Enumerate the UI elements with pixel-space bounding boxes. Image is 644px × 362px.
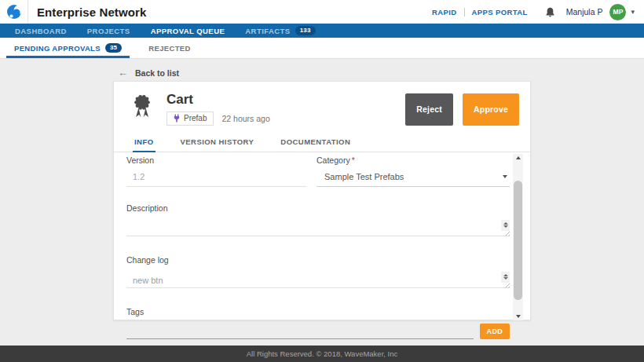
tags-label: Tags bbox=[126, 307, 510, 316]
tab-version-history[interactable]: VERSION HISTORY bbox=[179, 135, 256, 152]
nav-item-approval-queue[interactable]: APPROVAL QUEUE bbox=[141, 24, 236, 38]
tags-input[interactable] bbox=[126, 324, 474, 339]
approval-detail-card: Cart Prefab 22 hours ago Reject Approve … bbox=[113, 81, 531, 320]
add-tag-button[interactable]: ADD bbox=[480, 324, 510, 339]
back-to-list-label: Back to list bbox=[135, 68, 179, 78]
top-header: Enterprise Network RAPID APPS PORTAL Man… bbox=[0, 0, 644, 24]
award-ribbon-icon bbox=[131, 93, 153, 119]
version-value: 1.2 bbox=[126, 172, 306, 187]
apps-portal-link[interactable]: APPS PORTAL bbox=[472, 8, 528, 16]
category-field-group: Category* Sample Test Prefabs bbox=[317, 155, 510, 187]
nav-label-approval-queue: APPROVAL QUEUE bbox=[151, 27, 225, 35]
tab-pending-approvals[interactable]: PENDING APPROVALS 35 bbox=[13, 38, 123, 58]
nav-label-projects: PROJECTS bbox=[87, 27, 130, 35]
pending-approvals-count-badge: 35 bbox=[105, 43, 122, 53]
app-title: Enterprise Network bbox=[37, 5, 146, 19]
tags-input-row: ADD bbox=[126, 324, 510, 339]
notifications-bell-icon[interactable] bbox=[545, 6, 555, 18]
nav-item-projects[interactable]: PROJECTS bbox=[77, 24, 141, 38]
pending-approvals-label: PENDING APPROVALS bbox=[14, 44, 101, 53]
textarea-scroll-arrows-icon[interactable] bbox=[501, 220, 510, 231]
footer: All Rights Reserved. © 2018, WaveMaker, … bbox=[0, 346, 644, 362]
rejected-label: REJECTED bbox=[148, 44, 190, 53]
version-label: Version bbox=[126, 155, 306, 165]
select-caret-icon bbox=[503, 175, 507, 178]
card-header: Cart Prefab 22 hours ago Reject Approve bbox=[114, 82, 530, 126]
changelog-field-group: Change log new btn bbox=[126, 255, 510, 288]
nav-item-dashboard[interactable]: DASHBOARD bbox=[5, 24, 77, 38]
action-buttons: Reject Approve bbox=[405, 92, 519, 126]
description-textarea[interactable] bbox=[126, 220, 510, 236]
scroll-up-arrow-icon[interactable] bbox=[513, 154, 523, 162]
required-asterisk: * bbox=[352, 155, 355, 165]
artifact-meta-row: Prefab 22 hours ago bbox=[166, 112, 270, 126]
header-right: RAPID APPS PORTAL Manjula P MP ▾ bbox=[432, 4, 635, 20]
link-divider bbox=[464, 8, 465, 16]
artifact-type-badge: Prefab bbox=[166, 112, 214, 126]
info-form: Version 1.2 Category* Sample Test Prefab… bbox=[114, 152, 530, 362]
user-menu-caret-icon[interactable]: ▾ bbox=[631, 8, 635, 16]
scrollbar-thumb[interactable] bbox=[514, 181, 522, 300]
artifacts-count-badge: 133 bbox=[295, 26, 316, 35]
prefab-plug-icon bbox=[174, 114, 180, 122]
artifact-title: Cart bbox=[166, 92, 270, 108]
main-area: ← Back to list Cart bbox=[0, 59, 644, 346]
tab-rejected[interactable]: REJECTED bbox=[147, 38, 192, 58]
back-to-list-link[interactable]: ← Back to list bbox=[118, 67, 179, 79]
category-label: Category* bbox=[317, 155, 510, 165]
nav-item-artifacts[interactable]: ARTIFACTS 133 bbox=[235, 24, 325, 38]
back-arrow-icon: ← bbox=[118, 67, 128, 79]
category-select[interactable]: Sample Test Prefabs bbox=[317, 172, 510, 187]
card-title-column: Cart Prefab 22 hours ago bbox=[166, 92, 270, 126]
rapid-link[interactable]: RAPID bbox=[432, 8, 457, 16]
version-field-group: Version 1.2 bbox=[126, 155, 306, 187]
nav-label-dashboard: DASHBOARD bbox=[15, 27, 67, 35]
textarea-scroll-arrows-icon[interactable] bbox=[501, 272, 510, 283]
user-name: Manjula P bbox=[566, 7, 603, 16]
header-divider bbox=[27, 0, 28, 24]
artifact-type-label: Prefab bbox=[184, 114, 207, 122]
category-selected-value: Sample Test Prefabs bbox=[324, 172, 404, 181]
description-label: Description bbox=[126, 203, 510, 213]
form-scrollbar[interactable] bbox=[513, 154, 523, 320]
scroll-down-arrow-icon[interactable] bbox=[513, 313, 523, 320]
description-value bbox=[126, 220, 510, 224]
detail-tabs: INFO VERSION HISTORY DOCUMENTATION bbox=[114, 135, 530, 152]
reject-button[interactable]: Reject bbox=[405, 93, 453, 126]
changelog-value: new btn bbox=[126, 272, 510, 285]
tab-info[interactable]: INFO bbox=[133, 135, 156, 152]
version-category-row: Version 1.2 Category* Sample Test Prefab… bbox=[126, 155, 510, 187]
nav-label-artifacts: ARTIFACTS bbox=[245, 27, 290, 35]
main-nav: DASHBOARD PROJECTS APPROVAL QUEUE ARTIFA… bbox=[0, 24, 644, 38]
time-ago: 22 hours ago bbox=[221, 114, 269, 123]
approve-button[interactable]: Approve bbox=[463, 93, 519, 126]
wavemaker-logo-icon bbox=[6, 4, 22, 20]
changelog-label: Change log bbox=[126, 255, 510, 265]
avatar[interactable]: MP bbox=[609, 4, 626, 20]
tab-documentation[interactable]: DOCUMENTATION bbox=[279, 135, 352, 152]
changelog-textarea[interactable]: new btn bbox=[126, 272, 510, 288]
category-label-text: Category bbox=[317, 155, 350, 165]
copyright-text: All Rights Reserved. © 2018, WaveMaker, … bbox=[247, 349, 398, 358]
sub-tabs: PENDING APPROVALS 35 REJECTED bbox=[0, 38, 644, 59]
description-field-group: Description bbox=[126, 203, 510, 236]
